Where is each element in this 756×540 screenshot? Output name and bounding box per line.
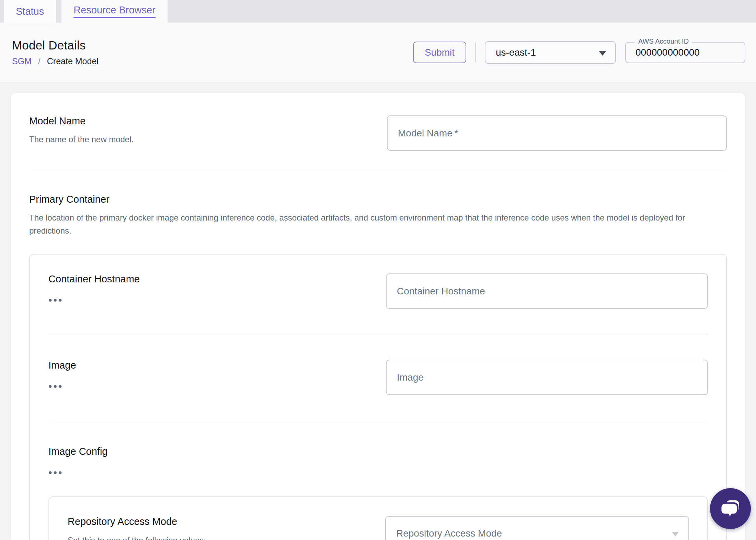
tab-status-label: Status bbox=[16, 6, 44, 17]
container-hostname-label: Container Hostname bbox=[48, 273, 386, 285]
repository-access-mode-text: Repository Access Mode Set this to one o… bbox=[68, 516, 385, 540]
repository-access-mode-description: Set this to one of the following values: bbox=[68, 536, 365, 540]
tab-resource-browser-label: Resource Browser bbox=[73, 4, 156, 18]
region-select[interactable]: us-east-1 bbox=[485, 41, 616, 64]
aws-account-id-fieldset: AWS Account ID bbox=[625, 42, 745, 63]
model-name-description: The name of the new model. bbox=[29, 133, 387, 146]
chat-bubbles-icon bbox=[719, 497, 742, 520]
aws-account-id-label: AWS Account ID bbox=[635, 37, 692, 45]
submit-button[interactable]: Submit bbox=[413, 42, 466, 63]
image-config-card: Repository Access Mode Set this to one o… bbox=[48, 496, 708, 540]
repository-access-mode-label: Repository Access Mode bbox=[68, 516, 365, 527]
tab-status[interactable]: Status bbox=[4, 0, 56, 23]
image-expand-button[interactable]: ••• bbox=[48, 384, 64, 389]
page-title: Model Details bbox=[12, 38, 99, 52]
repository-access-mode-select[interactable]: Repository Access Mode bbox=[385, 516, 689, 540]
container-hostname-text: Container Hostname ••• bbox=[48, 273, 386, 305]
model-details-card: Model Name The name of the new model. Pr… bbox=[11, 93, 745, 540]
image-config-section: Image Config ••• Repository Access Mode … bbox=[48, 446, 708, 540]
tab-resource-browser[interactable]: Resource Browser bbox=[61, 0, 168, 23]
breadcrumb: SGM / Create Model bbox=[12, 56, 99, 66]
image-input[interactable] bbox=[386, 360, 708, 395]
page-header: Model Details SGM / Create Model Submit … bbox=[0, 23, 756, 82]
image-config-label: Image Config bbox=[48, 446, 708, 457]
container-hostname-expand-button[interactable]: ••• bbox=[48, 298, 64, 303]
model-name-row: Model Name The name of the new model. bbox=[29, 115, 727, 151]
model-name-label: Model Name bbox=[29, 115, 387, 127]
primary-container-card: Container Hostname ••• Image ••• bbox=[29, 254, 727, 540]
header-controls: Submit us-east-1 AWS Account ID bbox=[413, 41, 745, 64]
model-name-text: Model Name The name of the new model. bbox=[29, 115, 387, 146]
breadcrumb-current: Create Model bbox=[47, 56, 99, 66]
tab-bar: Status Resource Browser bbox=[0, 0, 756, 23]
container-hostname-input[interactable] bbox=[386, 273, 708, 309]
title-block: Model Details SGM / Create Model bbox=[12, 38, 99, 66]
primary-container-description: The location of the primary docker image… bbox=[29, 211, 727, 237]
primary-container-label: Primary Container bbox=[29, 194, 727, 205]
field-divider bbox=[48, 335, 708, 335]
chevron-down-icon bbox=[599, 51, 606, 56]
section-divider bbox=[29, 170, 727, 170]
main-content: Model Name The name of the new model. Pr… bbox=[0, 82, 756, 540]
image-config-expand-button[interactable]: ••• bbox=[48, 470, 64, 475]
image-text: Image ••• bbox=[48, 360, 386, 391]
container-hostname-row: Container Hostname ••• bbox=[48, 273, 708, 309]
field-divider bbox=[48, 421, 708, 421]
chat-widget-button[interactable] bbox=[710, 488, 751, 529]
breadcrumb-separator: / bbox=[38, 56, 41, 66]
header-divider bbox=[475, 43, 476, 62]
region-select-value: us-east-1 bbox=[496, 47, 536, 58]
aws-account-id-input[interactable] bbox=[626, 43, 745, 63]
primary-container-section: Primary Container The location of the pr… bbox=[29, 194, 727, 540]
image-label: Image bbox=[48, 360, 386, 371]
model-name-input[interactable] bbox=[387, 115, 727, 151]
repository-access-mode-placeholder: Repository Access Mode bbox=[396, 528, 502, 539]
image-row: Image ••• bbox=[48, 360, 708, 395]
chevron-down-icon bbox=[672, 532, 679, 536]
breadcrumb-root-link[interactable]: SGM bbox=[12, 56, 32, 66]
